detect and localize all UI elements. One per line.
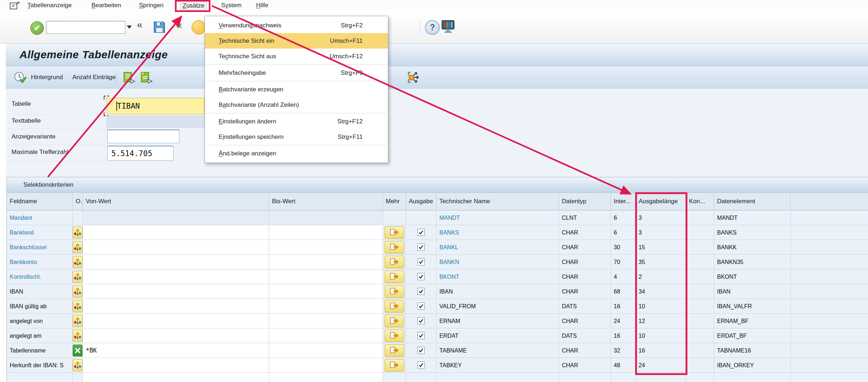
mehr-cell[interactable] <box>383 240 406 255</box>
bis-wert-cell[interactable] <box>269 299 383 314</box>
menu-item-aend-belege-anzeigen[interactable]: Änd.belege anzeigen <box>205 146 388 161</box>
von-wert-cell[interactable] <box>83 328 269 343</box>
bis-wert-cell[interactable] <box>269 284 383 299</box>
max-trefferzahl-field[interactable]: 5.514.705 <box>107 146 174 161</box>
multiple-selection-icon[interactable] <box>73 300 82 312</box>
menubar-item-hilfe[interactable]: Hilfe <box>254 1 270 10</box>
ausgabe-checkbox[interactable] <box>417 317 425 324</box>
bis-wert-cell[interactable] <box>269 225 383 240</box>
menu-item-batchvariante-erzeugen[interactable]: Batchvariante erzeugen <box>205 82 388 97</box>
mehr-cell[interactable] <box>383 269 406 284</box>
von-wert-cell[interactable] <box>83 269 269 284</box>
multiple-selection-icon[interactable] <box>73 271 82 283</box>
mehr-selection-button[interactable] <box>385 359 404 372</box>
command-history-dropdown-icon[interactable] <box>127 26 132 29</box>
expand-distribute-icon[interactable] <box>406 70 421 86</box>
hintergrund-button[interactable]: Hintergrund <box>31 74 63 81</box>
multiple-selection-icon[interactable] <box>73 330 82 342</box>
mehr-cell[interactable] <box>383 255 406 269</box>
mehr-cell[interactable] <box>383 343 406 358</box>
ausgabe-cell[interactable] <box>406 284 437 299</box>
help-icon[interactable]: ? <box>425 20 440 35</box>
save-list-icon[interactable] <box>140 71 153 86</box>
menubar-item-bearbeiten[interactable]: Bearbeiten <box>89 1 123 10</box>
tabelle-field[interactable]: TIBAN <box>107 98 205 114</box>
mehr-cell[interactable] <box>383 284 406 299</box>
ausgabe-checkbox[interactable] <box>417 361 425 369</box>
operator-cell[interactable] <box>73 225 83 240</box>
menu-item-einstellungen-aendern[interactable]: Einstellungen ändernStrg+F12 <box>205 114 388 129</box>
ausgabe-cell[interactable] <box>406 343 437 358</box>
mehr-selection-button[interactable] <box>385 315 404 327</box>
multiple-selection-icon[interactable] <box>73 241 82 253</box>
operator-cell[interactable] <box>73 343 83 358</box>
back-button[interactable]: « <box>176 18 182 32</box>
von-wert-cell[interactable] <box>83 358 269 373</box>
ausgabe-cell[interactable] <box>406 314 437 328</box>
operator-cell[interactable] <box>73 284 83 299</box>
mehr-cell[interactable] <box>383 314 406 328</box>
collapse-chevron-icon[interactable]: « <box>137 19 143 31</box>
bis-wert-cell[interactable] <box>269 240 383 255</box>
menu-item-einstellungen-speichern[interactable]: Einstellungen speichernStrg+F11 <box>205 129 388 145</box>
bis-wert-cell[interactable] <box>269 269 383 284</box>
operator-cell[interactable] <box>73 299 83 314</box>
ausgabe-checkbox[interactable] <box>417 303 425 310</box>
von-wert-cell[interactable]: *BK <box>83 343 269 358</box>
von-wert-cell[interactable] <box>83 240 269 255</box>
exit-button[interactable] <box>192 20 206 35</box>
mehr-cell[interactable] <box>383 358 406 373</box>
menubar-item-springen[interactable]: Springen <box>137 1 166 10</box>
menu-item-technische-sicht-aus[interactable]: Technische Sicht ausUmsch+F12 <box>205 49 388 64</box>
new-session-monitor-icon[interactable] <box>441 20 455 35</box>
multiple-selection-icon[interactable] <box>73 286 82 297</box>
mehr-selection-button[interactable] <box>385 300 404 313</box>
execute-in-background-icon[interactable] <box>14 71 27 86</box>
menubar-item-zusaetze[interactable]: Zusätze <box>180 1 207 10</box>
bis-wert-cell[interactable] <box>269 358 383 373</box>
operator-cell[interactable] <box>73 328 83 343</box>
von-wert-cell[interactable] <box>83 314 269 328</box>
menu-item-verwendungsnachweis[interactable]: VerwendungsnachweisStrg+F2 <box>205 18 388 33</box>
mehr-selection-button[interactable] <box>385 285 404 298</box>
multiple-selection-icon[interactable] <box>73 359 82 371</box>
ausgabe-checkbox[interactable] <box>417 332 425 339</box>
bis-wert-cell[interactable] <box>269 255 383 269</box>
mehr-selection-button[interactable] <box>385 270 404 283</box>
menubar-item-tabellenanzeige[interactable]: Tabellenanzeige <box>25 1 74 10</box>
ausgabe-checkbox[interactable] <box>417 347 425 354</box>
anzahl-eintraege-button[interactable]: Anzahl Einträge <box>72 74 116 81</box>
mehr-cell[interactable] <box>383 225 406 240</box>
save-button[interactable] <box>153 21 166 35</box>
ausgabe-checkbox[interactable] <box>417 288 425 295</box>
multiple-selection-icon[interactable] <box>73 315 82 327</box>
ausgabe-cell[interactable] <box>406 255 437 269</box>
menu-item-technische-sicht-ein[interactable]: Technische Sicht einUmsch+F11 <box>205 33 388 49</box>
system-window-icon[interactable] <box>9 1 20 12</box>
operator-cell[interactable] <box>73 255 83 269</box>
ausgabe-checkbox[interactable] <box>417 258 425 265</box>
multiple-selection-icon[interactable] <box>73 256 82 268</box>
mehr-selection-button[interactable] <box>385 344 404 357</box>
ausgabe-cell[interactable] <box>406 269 437 284</box>
von-wert-cell[interactable] <box>83 299 269 314</box>
mehr-selection-button[interactable] <box>385 256 404 268</box>
ausgabe-checkbox[interactable] <box>417 244 425 251</box>
menubar-item-system[interactable]: System <box>219 1 244 10</box>
mehr-selection-button[interactable] <box>385 329 404 342</box>
ausgabe-cell[interactable] <box>406 240 437 255</box>
ausgabe-checkbox[interactable] <box>417 273 425 280</box>
mehr-selection-button[interactable] <box>385 226 404 239</box>
ausgabe-cell[interactable] <box>406 299 437 314</box>
enter-button[interactable]: ✔ <box>30 21 44 35</box>
multiple-selection-icon[interactable] <box>73 227 82 238</box>
ausgabe-checkbox[interactable] <box>417 229 425 236</box>
bis-wert-cell[interactable] <box>269 314 383 328</box>
operator-cell[interactable] <box>73 269 83 284</box>
operator-cell[interactable] <box>73 358 83 373</box>
ausgabe-cell[interactable] <box>406 358 437 373</box>
bis-wert-cell[interactable] <box>269 328 383 343</box>
mehr-cell[interactable] <box>383 299 406 314</box>
bis-wert-cell[interactable] <box>269 343 383 358</box>
menu-item-batchvariante-anzahl-zeilen[interactable]: Batchvariante (Anzahl Zeilen) <box>205 97 388 113</box>
